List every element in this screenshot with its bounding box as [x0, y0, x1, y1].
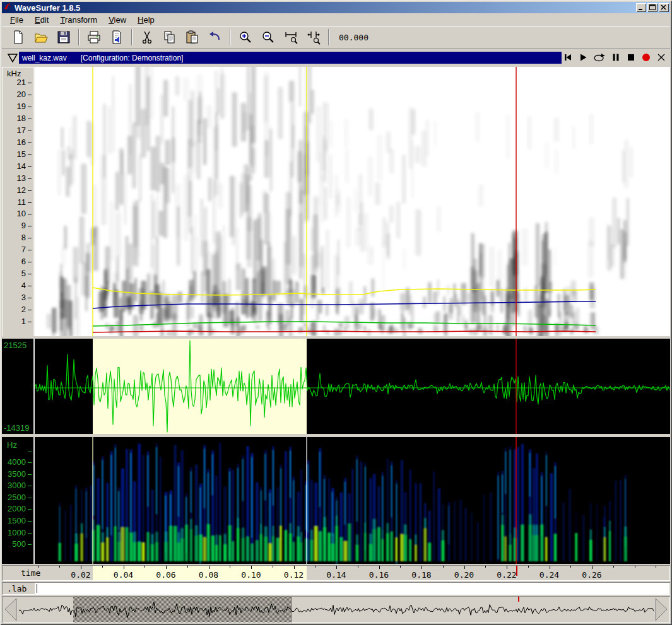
- waveform-min-label: -14319: [4, 423, 29, 433]
- toolbar-separator: [78, 29, 80, 45]
- time-tick-mark: [464, 566, 465, 569]
- time-tick-label: 0.14: [322, 570, 350, 580]
- play-button[interactable]: [578, 52, 588, 65]
- time-tick-mark: [102, 566, 103, 568]
- save-button[interactable]: [54, 28, 73, 46]
- time-tick-mark: [379, 566, 380, 569]
- waveform-pane: 21525 -14319: [2, 339, 670, 434]
- copy-button[interactable]: [160, 28, 179, 46]
- play-icon: [578, 52, 588, 62]
- khz-tick-label: 9: [21, 221, 26, 230]
- overview-track[interactable]: [19, 597, 653, 622]
- undo-button[interactable]: [206, 28, 225, 46]
- pane-header: well_kaz.wav [Configuration: Demonstrati…: [2, 50, 670, 66]
- time-tick-mark: [613, 566, 614, 568]
- window-title: WaveSurfer 1.8.5: [15, 3, 635, 13]
- minimize-button[interactable]: [636, 3, 646, 12]
- label-track-field[interactable]: [35, 583, 669, 594]
- time-axis-cursor-mark: [516, 566, 517, 576]
- time-tick-mark: [315, 566, 315, 568]
- transport-controls: [563, 52, 666, 64]
- time-tick-mark: [59, 566, 60, 568]
- zoom-selection-button[interactable]: [281, 28, 300, 46]
- cut-button[interactable]: [138, 28, 156, 46]
- cut-icon: [139, 30, 155, 45]
- spectrogram2-canvas[interactable]: [35, 437, 670, 564]
- hz-unit-label: Hz: [7, 440, 17, 450]
- time-tick-label: 0.20: [451, 570, 478, 580]
- time-tick-mark: [570, 566, 571, 568]
- new-button[interactable]: [9, 28, 28, 46]
- menu-help[interactable]: Help: [132, 14, 160, 26]
- close-button[interactable]: [659, 3, 669, 12]
- pause-button[interactable]: [611, 52, 621, 65]
- close-pane-icon: [656, 52, 666, 62]
- menu-edit[interactable]: Edit: [29, 14, 54, 26]
- time-tick-mark: [81, 566, 81, 569]
- khz-tick-label: 21: [17, 78, 26, 87]
- toolbar: 00.000: [2, 26, 670, 49]
- time-tick-label: 0.18: [408, 570, 435, 580]
- hz-tick-mark: [28, 498, 32, 498]
- khz-tick-mark: [28, 274, 32, 274]
- spectrogram-image: [35, 67, 670, 336]
- record-button[interactable]: [641, 52, 651, 65]
- khz-tick-label: 11: [18, 197, 27, 207]
- skip-to-start-icon: [563, 52, 573, 62]
- spectrogram2-image: [35, 437, 670, 564]
- khz-tick-label: 20: [17, 90, 26, 99]
- title-bar[interactable]: WaveSurfer 1.8.5: [2, 2, 670, 13]
- zoom-all-button[interactable]: [304, 28, 323, 46]
- khz-tick-mark: [28, 310, 32, 310]
- zoom-out-icon: [261, 30, 276, 45]
- time-axis[interactable]: time 0.020.040.060.080.100.120.140.160.1…: [2, 565, 670, 581]
- zoom-selection-icon: [283, 30, 298, 45]
- play-loop-button[interactable]: [593, 52, 606, 65]
- menu-file[interactable]: File: [4, 14, 29, 26]
- toolbar-separator: [230, 29, 231, 45]
- hz-tick-mark: [28, 533, 32, 534]
- maximize-button[interactable]: [647, 3, 657, 12]
- khz-tick-label: 14: [17, 161, 26, 171]
- zoom-in-button[interactable]: [236, 28, 255, 46]
- properties-button[interactable]: [107, 28, 126, 46]
- collapse-triangle-icon: [7, 53, 18, 63]
- paste-button[interactable]: [183, 28, 202, 46]
- hz-tick-label: 3500: [8, 469, 26, 479]
- khz-tick-label: 10: [17, 209, 26, 218]
- time-tick-mark: [166, 566, 167, 569]
- hz-tick-mark: [28, 544, 32, 545]
- text-caret: [37, 584, 37, 593]
- menu-view[interactable]: View: [103, 14, 132, 26]
- hz-tick-label: 2000: [8, 504, 26, 513]
- spectrogram2-pane: Hz 4000350030002500200015001000500: [2, 437, 670, 564]
- waveform-canvas[interactable]: [35, 339, 670, 434]
- collapse-pane-button[interactable]: [7, 53, 18, 66]
- skip-to-start-button[interactable]: [563, 52, 573, 65]
- khz-tick-label: 2: [21, 305, 26, 314]
- zoom-out-button[interactable]: [259, 28, 278, 46]
- khz-tick-label: 15: [17, 149, 26, 159]
- spectrogram-canvas[interactable]: [35, 67, 670, 336]
- khz-tick-label: 8: [21, 233, 26, 242]
- time-tick-label: 0.02: [67, 570, 95, 580]
- stop-button[interactable]: [626, 52, 636, 65]
- time-tick-mark: [230, 566, 230, 568]
- time-tick-mark: [528, 566, 529, 568]
- khz-tick-mark: [28, 250, 32, 250]
- scroll-right-button[interactable]: [653, 597, 669, 622]
- close-pane-button[interactable]: [656, 52, 666, 65]
- menu-transform[interactable]: Transform: [54, 14, 103, 26]
- pane-title-bar[interactable]: well_kaz.wav [Configuration: Demonstrati…: [19, 52, 562, 64]
- print-button[interactable]: [85, 28, 103, 46]
- khz-tick-mark: [28, 83, 32, 83]
- undo-icon: [208, 30, 223, 45]
- hz-tick-mark: [28, 486, 32, 486]
- khz-tick-label: 13: [17, 173, 26, 183]
- pane-filename: well_kaz.wav: [19, 54, 67, 62]
- time-axis-scale[interactable]: 0.020.040.060.080.100.120.140.160.180.20…: [35, 566, 669, 580]
- open-button[interactable]: [32, 28, 50, 46]
- time-tick-label: 0.24: [536, 570, 563, 580]
- scroll-left-button[interactable]: [3, 597, 19, 622]
- khz-tick-mark: [28, 214, 32, 214]
